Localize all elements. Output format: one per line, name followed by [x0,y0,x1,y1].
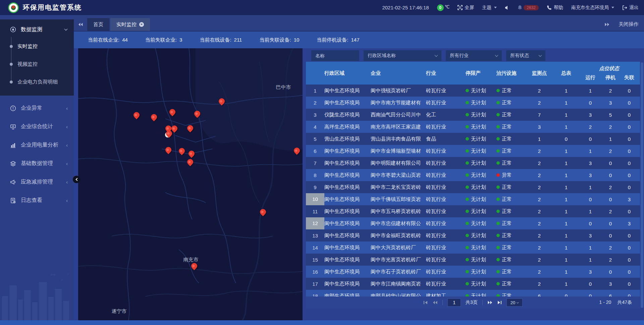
sidebar-item-power-analysis[interactable]: 企业用电量分析 ‹ [0,136,74,154]
first-page-button[interactable] [423,301,428,305]
sidebar-item-emergency-reduction[interactable]: 应急减排管理 ‹ [0,173,74,191]
status-dot-icon [466,101,469,104]
cell-region: 阆中生态环境局 [324,281,371,287]
sidebar-group-data-monitor-header[interactable]: 数据监测 [0,21,74,38]
top-header: 环保用电监管系统 2021-02-25 17:46:18 0 ℃ 全屏 主题 2… [0,0,644,15]
table-row[interactable]: 3仪陇生态环境局西南油气田分公司川中化工无计划正常71350 [306,109,640,121]
close-operations-button[interactable]: 关闭操作 [619,21,639,28]
column-header-stop-limit: 停限产 [466,70,496,76]
table-row[interactable]: 11阆中生态环境局阆中市五马桥页岩机砖砖瓦行业无计划正常21120 [306,205,640,217]
map-pin[interactable] [193,109,201,118]
table-row[interactable]: 13阆中生态环境局阆中市金福旺页岩机砖砖瓦行业无计划正常21300 [306,229,640,241]
map-panel[interactable]: 巴中市南充市遂宁市 [78,48,303,320]
map-pin[interactable] [186,158,194,166]
temperature-value: 0 [437,4,444,11]
cell-lost: 0 [620,269,639,275]
theme-menu[interactable]: 主题 [482,5,497,11]
map-pin[interactable] [150,113,158,121]
page-size-select[interactable]: 20 [506,299,523,307]
tab-close-icon[interactable]: ✕ [139,22,144,27]
map-pin[interactable] [190,262,198,270]
table-row[interactable]: 7阆中生态环境局阆中明阳建材有限公司砖瓦行业无计划正常21300 [306,157,640,169]
tab-home[interactable]: 首页 [87,18,109,31]
name-filter-input[interactable] [311,50,359,61]
cell-lost: 0 [620,88,639,94]
table-row[interactable]: 17阆中生态环境局阆中市江南镇阆南页岩砖瓦行业无计划正常21030 [306,278,640,290]
cell-run: 3 [580,160,601,166]
help-button[interactable]: 帮助 [547,5,563,11]
page-number-input[interactable] [447,299,461,307]
cell-region: 阆中生态环境局 [324,232,371,239]
status-dot-icon [466,270,469,273]
map-pin[interactable] [132,111,141,119]
map-pin[interactable] [187,149,196,158]
table-row[interactable]: 18南部生态环境局南部县砂华山河有限公建材加工无计划正常60060 [306,290,640,296]
sidebar-item-realtime-monitor[interactable]: 实时监控 [0,38,74,55]
last-page-button[interactable] [497,301,502,305]
map-pin[interactable] [168,108,176,116]
table-scrollbar[interactable] [641,62,643,308]
status-dot-icon [496,294,500,296]
sidebar-item-base-data[interactable]: 基础数据管理 ‹ [0,154,74,173]
table-row[interactable]: 2阆中生态环境局阆中市南方节能建材有砖瓦行业无计划正常21030 [306,97,640,109]
cell-meter: 0 [553,293,580,297]
map-pin[interactable] [164,146,172,154]
cell-halt: 2 [601,257,620,263]
sidebar-item-log-view[interactable]: 日志查看 ‹ [0,191,74,210]
cell-meter: 1 [553,172,580,178]
table-row[interactable]: 6阆中生态环境局阆中市金博瑞新型墙材砖瓦行业无计划正常21120 [306,145,640,157]
column-header-point-status: 点位状态 [580,65,639,72]
sidebar-item-power-load-detail[interactable]: 企业电力负荷明细 [0,73,74,91]
table-row[interactable]: 12阆中生态环境局阆中市忠信建材有限公砖瓦行业无计划正常21003 [306,217,640,229]
table-row[interactable]: 9阆中生态环境局阆中市二龙长宝页岩砖砖瓦行业无计划正常21120 [306,181,640,193]
status-filter-select[interactable]: 所有状态 [506,50,545,61]
status-text: 正常 [502,208,512,215]
map-pin[interactable] [217,97,226,105]
cell-industry: 砖瓦行业 [426,232,466,239]
cell-facility: 正常 [496,269,526,275]
column-header-points: 监测点 [526,70,553,76]
stat-value: 211 [234,37,242,43]
table-row[interactable]: 1阆中生态环境局阆中强锐页岩砖厂砖瓦行业无计划正常21120 [306,85,640,97]
presentation-board-icon [10,124,16,130]
cell-meter: 1 [553,257,580,263]
sidebar-item-label: 应急减排管理 [21,178,61,185]
mute-button[interactable] [505,5,509,10]
map-pin[interactable] [292,146,301,155]
table-row[interactable]: 15阆中生态环境局阆中市光富页岩机砖厂砖瓦行业无计划正常21120 [306,254,640,266]
table-row[interactable]: 8阆中生态环境局阆中市枣碧大梁山页岩砖瓦行业无计划异常21300 [306,169,640,181]
region-filter-select[interactable]: 行政区域名称 [364,50,441,61]
double-chevron-right-icon[interactable] [604,22,610,26]
sidebar-item-enterprise-abnormal[interactable]: 企业异常 ‹ [0,99,74,117]
notification-bell[interactable]: 2632 [518,5,539,10]
cell-lost: 0 [620,136,639,142]
map-pin[interactable] [177,147,186,155]
tabs-scroll-left-button[interactable] [74,18,87,31]
status-dot-icon [466,113,469,116]
map-pin[interactable] [186,124,194,132]
next-page-button[interactable] [487,301,493,305]
sidebar-item-label: 企业用电量分析 [21,142,61,149]
table-row[interactable]: 16阆中生态环境局阆中市石子页岩机砖厂砖瓦行业无计划正常21300 [306,266,640,278]
table-row[interactable]: 5营山生态环境局营山县润丰肉食品有限食品无计划正常10010 [306,133,640,145]
bullet-dot-icon [10,80,13,84]
prev-page-button[interactable] [432,301,438,305]
cell-stop-limit: 无计划 [466,196,496,203]
column-header-meter: 总表 [553,70,580,76]
sidebar-item-enterprise-statistics[interactable]: 企业综合统计 ‹ [0,117,74,136]
table-row[interactable]: 10阆中生态环境局阆中千佛镇五郎垭页岩砖瓦行业无计划正常21003 [306,193,640,205]
row-index: 3 [306,112,324,118]
monitor-panel: 行政区域名称 所有行业 所有状态 行政区域 企业 行业 停限产 治污设施 监测点… [306,48,640,309]
industry-filter-select[interactable]: 所有行业 [446,50,502,61]
table-row[interactable]: 14阆中生态环境局阆中大兴页岩机砖厂砖瓦行业无计划正常21120 [306,241,640,254]
map-pin[interactable] [259,208,267,216]
sidebar-item-video-monitor[interactable]: 视频监控 [0,55,74,73]
sidebar-collapse-toggle[interactable] [73,176,80,183]
table-row[interactable]: 4高坪生态环境局南充市高坪区王家店建砖瓦行业无计划正常31220 [306,121,640,133]
status-dot-icon [496,282,500,285]
status-text: 无计划 [471,148,486,154]
fullscreen-button[interactable]: 全屏 [458,5,474,11]
tab-realtime-monitor[interactable]: 实时监控 ✕ [110,18,150,31]
org-menu[interactable]: 南充市生态环境局 [571,5,614,11]
logout-button[interactable]: 退出 [622,5,639,11]
